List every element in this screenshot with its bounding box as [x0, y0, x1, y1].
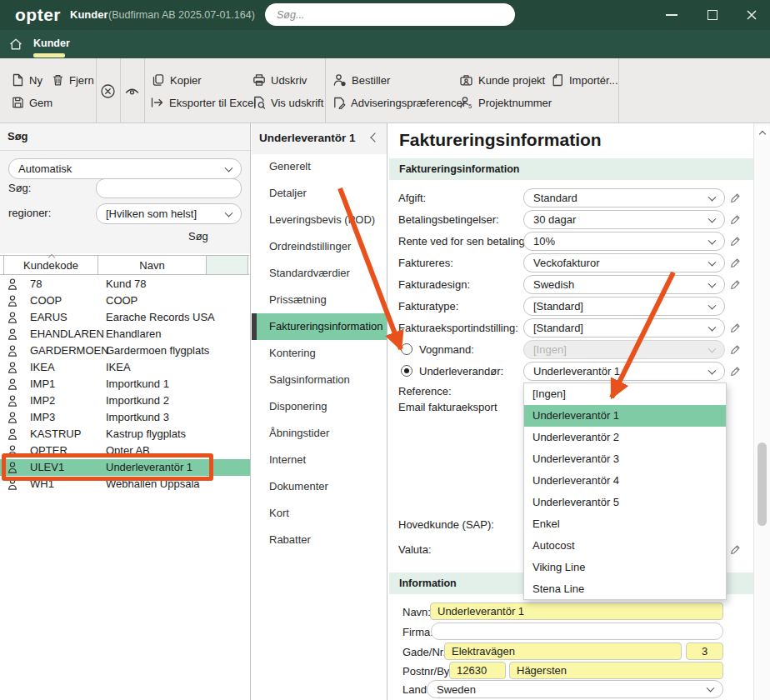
tab-kunder[interactable]: Kunder [33, 38, 70, 49]
nav-item-aabningstider[interactable]: Åbningstider [252, 420, 387, 447]
firma-input[interactable] [431, 622, 723, 640]
scrollbar-thumb[interactable] [758, 442, 767, 526]
underleverandor-combobox[interactable]: Underleverantör 1 [523, 362, 725, 381]
vognmand-radio[interactable] [401, 343, 412, 355]
edit-pencil-icon[interactable] [729, 322, 742, 334]
dropdown-option[interactable]: Enkel [524, 513, 726, 535]
view-button[interactable] [124, 82, 140, 99]
edit-pencil-icon[interactable] [729, 365, 742, 378]
edit-pencil-icon[interactable] [729, 235, 742, 248]
search-mode-combobox[interactable]: Automatisk [8, 158, 242, 179]
betalingsbetingelser-combobox[interactable]: 30 dagar [523, 210, 725, 229]
column-header-kundekode[interactable]: Kundekode [3, 256, 98, 274]
chevron-down-icon [708, 192, 717, 201]
table-row[interactable]: WH1Webhallen Uppsala [0, 476, 250, 492]
table-row[interactable]: IMP2Importkund 2 [0, 392, 250, 409]
dropdown-option[interactable]: [Ingen] [524, 383, 726, 405]
dropdown-option[interactable]: Viking Line [524, 557, 726, 578]
collapse-panel-icon[interactable] [370, 132, 379, 142]
table-row[interactable]: 78Kund 78 [0, 276, 250, 292]
import-button[interactable]: Importér... [551, 72, 618, 88]
edit-pencil-icon[interactable] [729, 278, 742, 291]
dropdown-option[interactable]: Underleverantör 4 [524, 470, 726, 492]
land-combobox[interactable]: Sweden [427, 680, 723, 698]
table-row[interactable]: KASTRUPKastrup flygplats [0, 426, 250, 442]
tab-bar: Kunder [0, 30, 770, 58]
nav-item-standardvaerdier[interactable]: Standardværdier [252, 260, 387, 287]
nav-item-disponering[interactable]: Disponering [252, 393, 387, 420]
nav-item-detaljer[interactable]: Detaljer [252, 180, 387, 207]
minimize-button[interactable] [659, 2, 684, 28]
nav-item-ordreindstillinger[interactable]: Ordreindstillinger [252, 233, 387, 260]
fakturadesign-combobox[interactable]: Swedish [523, 275, 725, 294]
table-row[interactable]: EARUSEarache Records USA [0, 309, 250, 326]
close-button[interactable] [739, 2, 764, 28]
table-row[interactable]: OPTEROpter AB [0, 442, 250, 459]
postnr-input[interactable] [449, 662, 506, 679]
table-row[interactable]: GARDERMOENGardermoen flygplats [0, 342, 250, 359]
fakturatype-combobox[interactable]: [Standard] [523, 297, 725, 316]
save-button[interactable]: Gem [12, 94, 52, 111]
nav-item-kontering[interactable]: Kontering [252, 340, 387, 367]
edit-pencil-icon[interactable] [729, 192, 742, 204]
dropdown-option[interactable]: Underleverantör 3 [524, 448, 726, 470]
dropdown-option-highlighted[interactable]: Underleverantör 1 [524, 405, 726, 427]
nav-item-prissaetning[interactable]: Prissætning [252, 287, 387, 313]
project-number-button[interactable]: 5 Projektnummer [459, 94, 552, 111]
search-button[interactable]: Søg [188, 230, 208, 242]
edit-pencil-icon[interactable] [729, 213, 742, 226]
field-label: Gade/Nr.: [402, 646, 449, 658]
fakturadesign-value: Swedish [533, 278, 574, 291]
nr-input[interactable] [686, 642, 723, 660]
cancel-button[interactable] [100, 82, 116, 99]
navn-input[interactable] [430, 602, 723, 620]
regions-combobox[interactable]: [Hvilken som helst] [96, 203, 242, 224]
dropdown-option[interactable]: Autocost [524, 535, 726, 557]
nav-item-kort[interactable]: Kort [252, 500, 387, 527]
column-header-navn[interactable]: Navn [98, 256, 207, 274]
customer-project-button[interactable]: Kunde projekt [459, 72, 545, 88]
table-row[interactable]: IKEAIKEA [0, 359, 250, 376]
nav-item-generelt[interactable]: Generelt [252, 153, 387, 180]
edit-pencil-icon[interactable] [729, 343, 742, 356]
afgift-combobox[interactable]: Standard [523, 188, 725, 208]
dropdown-option[interactable]: Underleverantör 2 [524, 427, 726, 448]
global-search[interactable] [265, 3, 515, 26]
vertical-scrollbar[interactable] [753, 123, 770, 700]
table-row-selected[interactable]: ULEV1Underleverantör 1 [0, 459, 250, 476]
rente-combobox[interactable]: 10% [523, 232, 725, 251]
gade-input[interactable] [444, 642, 682, 660]
delete-button[interactable]: Fjern [52, 72, 94, 88]
global-search-input[interactable] [277, 7, 502, 22]
nav-item-dokumenter[interactable]: Dokumenter [252, 473, 387, 500]
dropdown-option[interactable]: Stena Line [524, 578, 726, 600]
faktureres-combobox[interactable]: Veckofakturor [523, 253, 725, 272]
query-input[interactable] [96, 178, 242, 198]
nav-item-leveringsbevis[interactable]: Leveringsbevis (POD) [252, 207, 387, 233]
fakturaeksportindstilling-combobox[interactable]: [Standard] [523, 318, 725, 338]
print-preview-button[interactable]: Vis udskrift [252, 94, 323, 111]
underleverandor-radio[interactable] [401, 365, 412, 377]
orderer-button[interactable]: Bestiller [332, 72, 390, 88]
new-button[interactable]: Ny [12, 72, 42, 88]
copy-button[interactable]: Kopier [152, 72, 202, 88]
edit-pencil-icon[interactable] [729, 257, 742, 269]
scroll-up-button[interactable] [756, 125, 769, 140]
dropdown-option[interactable]: Underleverantör 5 [524, 492, 726, 513]
table-row[interactable]: IMP3Importkund 3 [0, 409, 250, 426]
edit-pencil-icon[interactable] [729, 543, 742, 556]
nav-item-salgsinformation[interactable]: Salgsinformation [252, 367, 387, 393]
maximize-button[interactable] [700, 2, 725, 28]
nav-item-faktureringsinformation[interactable]: Faktureringsinformation [252, 313, 387, 340]
nav-item-rabatter[interactable]: Rabatter [252, 527, 387, 553]
table-row[interactable]: IMP1Importkund 1 [0, 376, 250, 392]
export-excel-button[interactable]: Eksporter til Excel [150, 94, 256, 111]
by-input[interactable] [509, 662, 723, 679]
print-button[interactable]: Udskriv [252, 72, 307, 88]
notification-preferences-button[interactable]: Adviseringspræferencer [332, 94, 466, 111]
nav-item-internet[interactable]: Internet [252, 447, 387, 473]
home-icon[interactable] [8, 37, 23, 52]
table-row[interactable]: EHANDLARENEhandlaren [0, 326, 250, 342]
column-header-extra[interactable] [207, 256, 248, 274]
table-row[interactable]: COOPCOOP [0, 292, 250, 309]
